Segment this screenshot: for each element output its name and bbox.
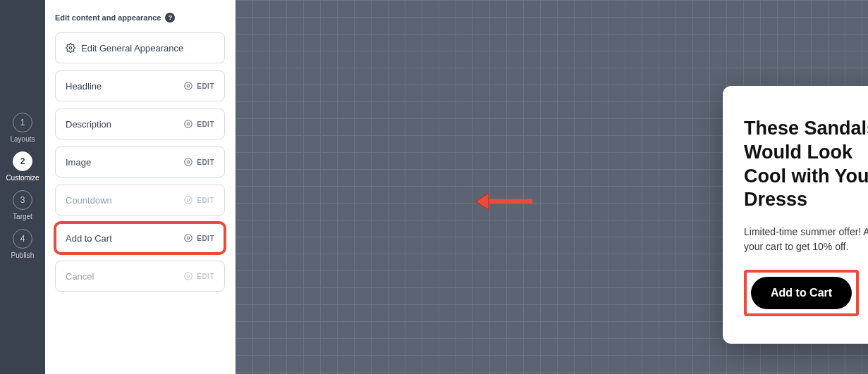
sidebar-header: Edit content and appearance ? xyxy=(55,13,225,23)
edit-label: EDIT xyxy=(197,158,214,166)
svg-point-11 xyxy=(187,275,190,278)
block-label: Description xyxy=(66,119,111,130)
step-label: Customize xyxy=(6,174,39,182)
step-number: 3 xyxy=(13,190,32,210)
general-appearance-label: Edit General Appearance xyxy=(81,43,183,54)
block-label: Add to Cart xyxy=(66,233,112,244)
nav-step-target[interactable]: 3 Target xyxy=(13,190,32,220)
block-label: Countdown xyxy=(66,195,112,206)
svg-point-9 xyxy=(187,237,190,239)
svg-point-7 xyxy=(187,199,190,201)
edit-label: EDIT xyxy=(197,235,214,242)
popup-description: Limited-time summer offer! Add to your c… xyxy=(744,225,868,254)
header-text: Edit content and appearance xyxy=(55,13,161,22)
editor-sidebar: Edit content and appearance ? Edit Gener… xyxy=(45,0,236,374)
block-countdown[interactable]: Countdown EDIT xyxy=(55,185,225,216)
svg-point-3 xyxy=(187,123,190,125)
step-number: 1 xyxy=(13,113,32,132)
block-image[interactable]: Image EDIT xyxy=(55,147,225,177)
step-label: Target xyxy=(13,213,32,220)
step-number: 4 xyxy=(13,229,32,249)
svg-point-12 xyxy=(185,273,192,280)
svg-point-5 xyxy=(187,161,190,163)
help-icon[interactable]: ? xyxy=(165,13,175,23)
block-label: Headline xyxy=(66,81,102,92)
gear-icon xyxy=(66,43,75,53)
gear-icon xyxy=(183,81,193,91)
gear-icon xyxy=(183,271,193,281)
popup-content: These Sandals Would Look Cool with Your … xyxy=(723,86,868,344)
svg-point-0 xyxy=(69,46,72,49)
step-label: Layouts xyxy=(10,135,35,143)
annotation-highlight: Add to Cart xyxy=(744,270,859,316)
edit-label: EDIT xyxy=(197,197,214,204)
popup-preview: These Sandals Would Look Cool with Your … xyxy=(723,86,868,344)
edit-label: EDIT xyxy=(197,273,214,280)
svg-point-10 xyxy=(185,235,192,242)
gear-icon xyxy=(183,195,193,205)
block-description[interactable]: Description EDIT xyxy=(55,108,225,139)
general-appearance-button[interactable]: Edit General Appearance xyxy=(55,32,225,63)
annotation-arrow-icon xyxy=(473,192,532,211)
svg-point-4 xyxy=(185,120,192,128)
nav-step-customize[interactable]: 2 Customize xyxy=(6,151,39,182)
svg-point-8 xyxy=(185,197,192,204)
wizard-nav: 1 Layouts 2 Customize 3 Target 4 Publish xyxy=(0,0,45,374)
gear-icon xyxy=(183,157,193,167)
block-label: Cancel xyxy=(66,271,94,282)
block-cancel[interactable]: Cancel EDIT xyxy=(55,261,225,292)
svg-point-6 xyxy=(185,158,192,166)
nav-step-layouts[interactable]: 1 Layouts xyxy=(10,113,35,143)
block-headline[interactable]: Headline EDIT xyxy=(55,70,225,101)
svg-point-2 xyxy=(185,82,192,90)
step-label: Publish xyxy=(11,251,35,259)
nav-step-publish[interactable]: 4 Publish xyxy=(11,229,35,259)
block-add-to-cart[interactable]: Add to Cart EDIT xyxy=(55,223,225,254)
design-canvas[interactable]: These Sandals Would Look Cool with Your … xyxy=(236,0,868,374)
gear-icon xyxy=(183,233,193,243)
svg-point-1 xyxy=(187,85,190,87)
add-to-cart-button[interactable]: Add to Cart xyxy=(751,277,852,309)
edit-label: EDIT xyxy=(197,82,214,90)
step-number: 2 xyxy=(13,151,32,171)
popup-headline: These Sandals Would Look Cool with Your … xyxy=(744,117,868,212)
gear-icon xyxy=(183,119,193,129)
block-label: Image xyxy=(66,157,91,168)
edit-label: EDIT xyxy=(197,120,214,128)
